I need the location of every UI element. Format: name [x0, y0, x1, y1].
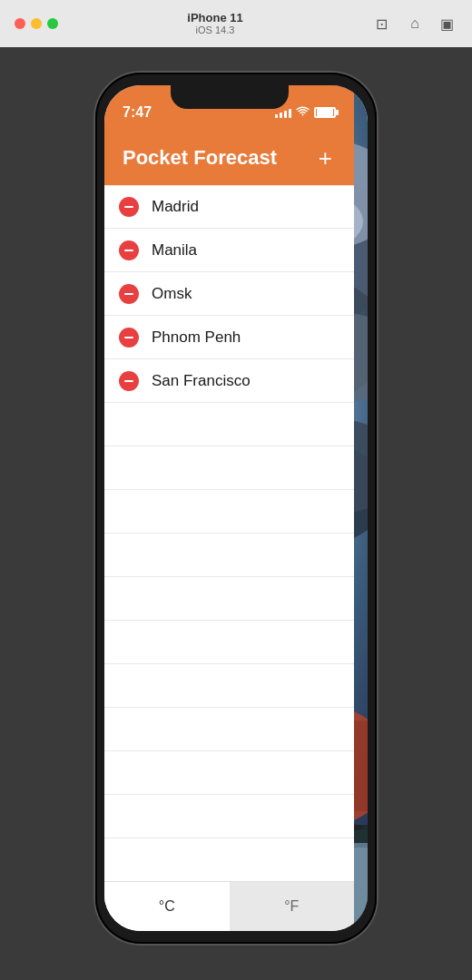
city-name-manila: Manila	[152, 241, 197, 260]
city-item-madrid[interactable]: Madrid	[104, 185, 354, 229]
app-header: Pocket Forecast +	[104, 131, 354, 185]
empty-row-9	[104, 751, 354, 795]
empty-row-3	[104, 490, 354, 534]
app-title: Pocket Forecast	[123, 146, 277, 170]
rotate-icon[interactable]: ▣	[438, 14, 457, 34]
city-name-phnom-penh: Phnom Penh	[152, 328, 241, 347]
city-item-omsk[interactable]: Omsk	[104, 272, 354, 316]
home-icon[interactable]: ⌂	[405, 14, 425, 34]
remove-manila-button[interactable]	[119, 240, 139, 260]
remove-phnom-penh-button[interactable]	[119, 328, 139, 348]
toolbar-icons: ⊡ ⌂ ▣	[372, 14, 457, 34]
phone-frame: 7:47	[95, 73, 377, 944]
celsius-button[interactable]: °C	[104, 882, 230, 931]
close-button[interactable]	[15, 18, 25, 29]
city-list: Madrid Manila Omsk Phnom Penh San Franci	[104, 185, 354, 881]
empty-row-10	[104, 795, 354, 838]
content-panel: 7:47	[104, 85, 354, 931]
city-item-phnom-penh[interactable]: Phnom Penh	[104, 316, 354, 359]
temp-toggle[interactable]: °C °F	[104, 881, 354, 931]
empty-row-4	[104, 534, 354, 577]
remove-madrid-button[interactable]	[119, 197, 139, 217]
maximize-button[interactable]	[47, 18, 58, 29]
signal-icon	[275, 107, 291, 118]
remove-san-francisco-button[interactable]	[119, 371, 139, 391]
remove-omsk-button[interactable]	[119, 284, 139, 304]
city-item-manila[interactable]: Manila	[104, 229, 354, 272]
empty-row-6	[104, 621, 354, 664]
empty-row-8	[104, 708, 354, 751]
city-name-omsk: Omsk	[152, 285, 192, 303]
status-time: 7:47	[123, 104, 152, 121]
empty-row-7	[104, 664, 354, 708]
minimize-button[interactable]	[31, 18, 42, 29]
traffic-lights	[15, 18, 58, 29]
city-name-madrid: Madrid	[152, 198, 199, 216]
notch	[171, 85, 289, 109]
wifi-icon	[296, 106, 310, 120]
city-item-san-francisco[interactable]: San Francisco	[104, 359, 354, 403]
phone-screen: 7:47	[104, 85, 368, 931]
device-info: iPhone 11 iOS 14.3	[187, 11, 242, 37]
empty-row-1	[104, 403, 354, 446]
desktop-bar: iPhone 11 iOS 14.3 ⊡ ⌂ ▣	[0, 0, 472, 47]
empty-row-5	[104, 577, 354, 621]
city-name-san-francisco: San Francisco	[152, 372, 251, 390]
status-icons	[275, 106, 336, 120]
empty-row-2	[104, 446, 354, 490]
empty-row-11	[104, 838, 354, 881]
screenshot-icon[interactable]: ⊡	[372, 14, 392, 34]
fahrenheit-button[interactable]: °F	[230, 882, 355, 931]
add-city-button[interactable]: +	[315, 142, 336, 173]
battery-icon	[314, 107, 336, 118]
